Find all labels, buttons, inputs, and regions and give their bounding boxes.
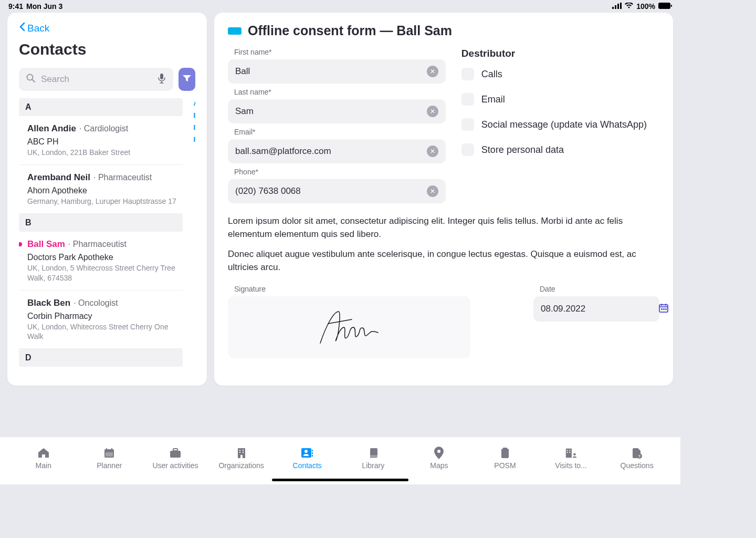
phone-label: Phone* [228,168,446,176]
nav-user-activities[interactable]: User activities [149,447,202,470]
svg-rect-28 [301,448,311,458]
home-indicator[interactable] [272,479,408,481]
email-input[interactable] [235,146,427,157]
date-field[interactable] [533,296,659,322]
checkbox-label: Store personal data [481,144,564,156]
svg-rect-36 [503,448,507,450]
contact-name: Aremband Neil [27,172,90,183]
contact-item[interactable]: Ball Sam Pharmaceutist Doctors Park Apot… [19,232,183,290]
checkbox-calls[interactable]: Calls [461,68,659,80]
nav-contacts[interactable]: Contacts [281,447,333,470]
battery-icon [658,2,672,11]
search-box[interactable] [19,68,173,91]
calendar-icon[interactable] [658,303,669,315]
book-icon [367,447,380,459]
clear-button[interactable]: ✕ [427,185,438,197]
last-name-label: Last name* [228,88,446,96]
alpha-index-letter[interactable]: D [194,123,195,131]
cellular-icon [612,2,622,11]
signature-image [312,304,386,351]
checkbox-store-data[interactable]: Store personal data [461,143,659,156]
contact-item[interactable]: Aremband Neil Pharmaceutist Ahorn Apothe… [19,165,183,214]
back-label: Back [27,23,49,34]
map-pin-icon [433,447,445,459]
nav-posm[interactable]: POSM [479,447,531,470]
signature-pad[interactable] [228,296,470,358]
alpha-index-letter[interactable]: A [194,99,195,107]
clear-button[interactable]: ✕ [427,146,438,157]
checkbox-label: Email [481,94,505,105]
nav-label: Planner [97,461,122,470]
nav-label: Library [362,461,384,470]
contact-role: Oncologist [74,298,118,308]
contacts-title: Contacts [19,40,195,58]
svg-rect-40 [566,452,568,453]
document-question-icon: ? [631,447,643,459]
building-user-icon [565,447,578,459]
nav-visits[interactable]: Visits to... [545,447,597,470]
contact-org: Corbin Pharmacy [27,312,177,321]
email-label: Email* [228,128,446,136]
contact-name: Allen Andie [27,123,76,134]
calendar-icon [103,447,116,459]
svg-line-7 [32,79,35,82]
nav-organizations[interactable]: Organizations [215,447,268,470]
home-icon [37,447,50,459]
search-input[interactable] [41,74,152,85]
svg-text:?: ? [638,454,640,458]
alpha-index-letter[interactable]: B [194,111,195,119]
contact-org: Doctors Park Apotheke [27,253,177,262]
contact-address: UK, London, 221B Baker Street [27,148,177,157]
close-icon: ✕ [430,108,435,115]
first-name-input[interactable] [235,66,427,77]
main-content: Offline consent form — Ball Sam First na… [214,13,673,386]
svg-point-34 [437,450,440,453]
status-date: Mon Jun 3 [26,2,62,11]
clear-button[interactable]: ✕ [427,66,438,77]
date-input[interactable] [541,304,652,314]
last-name-input[interactable] [235,106,427,117]
building-icon [235,447,248,459]
nav-maps[interactable]: Maps [413,447,465,470]
svg-rect-23 [239,450,240,451]
title-accent [228,27,242,35]
svg-rect-1 [615,5,616,9]
status-time: 9:41 [8,2,23,11]
nav-label: Contacts [293,461,322,470]
page-title: Offline consent form — Ball Sam [248,23,452,38]
close-icon: ✕ [430,68,435,75]
contact-role: Pharmaceutist [93,173,152,182]
nav-questions[interactable]: ? Questions [611,447,663,470]
back-button[interactable]: Back [19,22,195,34]
phone-input[interactable] [235,186,427,196]
section-header: D [19,349,183,367]
contact-item[interactable]: Black Ben Oncologist Corbin Pharmacy UK,… [19,291,183,349]
alpha-index-letter[interactable]: F [194,136,195,143]
contact-role: Pharmaceutist [68,240,127,249]
svg-rect-15 [665,308,667,310]
svg-rect-21 [173,449,177,451]
svg-rect-13 [661,308,663,310]
microphone-icon[interactable] [158,73,166,86]
svg-rect-17 [106,452,113,457]
nav-label: Questions [621,461,654,470]
checkbox-social[interactable]: Social message (update via WhatsApp) [461,118,659,131]
checkbox-email[interactable]: Email [461,93,659,106]
close-icon: ✕ [430,188,435,195]
search-icon [26,74,36,85]
distributor-title: Destributor [461,48,659,59]
contacts-sidebar: Back Contacts A B D [7,13,207,386]
filter-button[interactable] [178,68,195,91]
svg-rect-14 [663,308,665,310]
nav-planner[interactable]: Planner [83,447,135,470]
contact-item[interactable]: Allen Andie Cardiologist ABC PH UK, Lond… [19,116,183,165]
nav-main[interactable]: Main [17,447,70,470]
bottom-nav: Main Planner User activities Organizatio… [0,437,680,484]
svg-rect-0 [612,7,614,9]
clear-button[interactable]: ✕ [427,106,438,117]
contact-address: UK, London, Whitecross Street Cherry One… [27,322,177,341]
svg-rect-5 [671,5,672,7]
contact-org: ABC PH [27,137,177,147]
nav-library[interactable]: Library [347,447,400,470]
checkbox-icon [461,118,474,131]
